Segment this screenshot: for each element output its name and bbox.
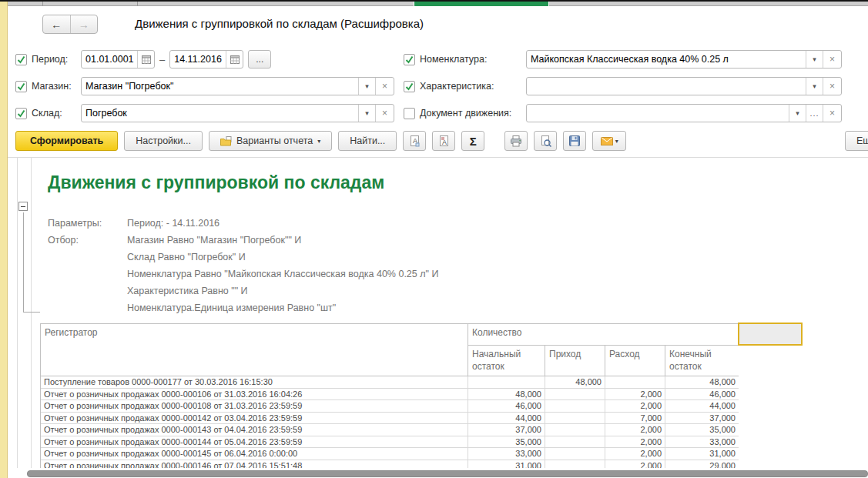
document-checkbox[interactable] bbox=[404, 108, 415, 119]
characteristic-checkbox[interactable] bbox=[404, 81, 415, 92]
cell-expense[interactable] bbox=[605, 376, 665, 389]
chevron-down-icon[interactable]: ▾ bbox=[806, 51, 823, 68]
collapse-group-toggle[interactable] bbox=[18, 202, 28, 211]
clear-icon[interactable]: × bbox=[823, 78, 841, 95]
save-button[interactable] bbox=[563, 131, 586, 151]
horizontal-scrollbar[interactable] bbox=[27, 470, 868, 477]
column-header-expense[interactable]: Расход bbox=[605, 346, 665, 376]
period-to-field[interactable]: 14.11.2016 bbox=[169, 50, 243, 69]
clear-icon[interactable]: × bbox=[375, 105, 394, 122]
cell-expense[interactable]: 2,000 bbox=[605, 460, 665, 469]
expand-groups-button[interactable]: A bbox=[403, 131, 426, 151]
cell-end[interactable]: 29,000 bbox=[665, 460, 739, 469]
cell-expense[interactable]: 2,000 bbox=[605, 424, 665, 436]
generate-button[interactable]: Сформировать bbox=[15, 131, 118, 151]
active-tab-indicator[interactable] bbox=[414, 2, 549, 6]
cell-end[interactable]: 35,000 bbox=[665, 424, 739, 436]
document-value[interactable] bbox=[527, 105, 789, 122]
cell-end[interactable]: 44,000 bbox=[665, 400, 739, 413]
warehouse-checkbox[interactable] bbox=[15, 108, 27, 119]
cell-registrar[interactable]: Отчет о розничных продажах 0000-000106 о… bbox=[41, 389, 468, 401]
cell-income[interactable] bbox=[545, 389, 605, 401]
cell-registrar[interactable]: Отчет о розничных продажах 0000-000146 о… bbox=[41, 460, 468, 469]
nomenclature-value[interactable]: Майкопская Классическая водка 40% 0.25 л bbox=[527, 51, 806, 68]
selected-cell[interactable] bbox=[738, 323, 803, 346]
characteristic-field[interactable]: ▾ × bbox=[526, 77, 842, 95]
back-arrow-icon: ← bbox=[51, 18, 62, 31]
back-button[interactable]: ← bbox=[43, 15, 71, 33]
period-to-value[interactable]: 14.11.2016 bbox=[170, 51, 226, 68]
cell-income[interactable] bbox=[545, 448, 605, 460]
cell-begin[interactable]: 37,000 bbox=[468, 424, 545, 436]
calendar-icon[interactable] bbox=[226, 51, 243, 68]
more-actions-button[interactable]: Еще bbox=[845, 131, 868, 151]
forward-button[interactable]: → bbox=[71, 15, 98, 33]
cell-income[interactable] bbox=[545, 400, 605, 413]
report-variants-button[interactable]: Варианты отчета ▾ bbox=[209, 131, 332, 151]
document-field[interactable]: ▾ ... × bbox=[526, 104, 842, 122]
nomenclature-field[interactable]: Майкопская Классическая водка 40% 0.25 л… bbox=[526, 50, 842, 69]
cell-begin[interactable]: 48,000 bbox=[468, 389, 545, 401]
chevron-down-icon[interactable]: ▾ bbox=[789, 105, 806, 122]
cell-begin[interactable]: 44,000 bbox=[468, 413, 545, 425]
cell-registrar[interactable]: Отчет о розничных продажах 0000-000143 о… bbox=[41, 424, 468, 436]
store-field[interactable]: Магазин "Погребок" ▾ × bbox=[81, 77, 394, 95]
column-header-begin-balance[interactable]: Начальный остаток bbox=[468, 346, 545, 376]
cell-income[interactable] bbox=[545, 424, 605, 436]
autosum-button[interactable]: Σ bbox=[461, 131, 484, 151]
period-from-value[interactable]: 01.01.0001 bbox=[82, 51, 137, 68]
warehouse-field[interactable]: Погребок ▾ × bbox=[81, 104, 394, 122]
store-value[interactable]: Магазин "Погребок" bbox=[82, 78, 358, 95]
settings-button[interactable]: Настройки... bbox=[124, 131, 203, 151]
cell-expense[interactable]: 7,000 bbox=[605, 413, 665, 425]
period-checkbox[interactable] bbox=[15, 54, 27, 65]
collapse-groups-button[interactable]: A bbox=[432, 131, 455, 151]
nomenclature-checkbox[interactable] bbox=[404, 54, 415, 65]
cell-expense[interactable]: 2,000 bbox=[605, 436, 665, 449]
clear-icon[interactable]: × bbox=[823, 51, 841, 68]
cell-expense[interactable]: 2,000 bbox=[605, 389, 665, 401]
cell-income[interactable] bbox=[545, 436, 605, 449]
chevron-down-icon[interactable]: ▾ bbox=[806, 78, 823, 95]
clear-icon[interactable]: × bbox=[375, 78, 394, 95]
characteristic-value[interactable] bbox=[527, 78, 806, 95]
clear-icon[interactable]: × bbox=[823, 105, 841, 122]
cell-end[interactable]: 48,000 bbox=[665, 376, 739, 389]
cell-end[interactable]: 31,000 bbox=[665, 448, 739, 460]
cell-registrar[interactable]: Отчет о розничных продажах 0000-000144 о… bbox=[41, 436, 468, 449]
cell-registrar[interactable]: Отчет о розничных продажах 0000-000142 о… bbox=[41, 413, 468, 425]
cell-registrar[interactable]: Отчет о розничных продажах 0000-000108 о… bbox=[41, 400, 468, 413]
cell-expense[interactable]: 2,000 bbox=[605, 448, 665, 460]
store-checkbox[interactable] bbox=[15, 81, 27, 92]
cell-end[interactable]: 33,000 bbox=[665, 436, 739, 449]
find-button[interactable]: Найти... bbox=[338, 131, 397, 151]
chevron-down-icon[interactable]: ▾ bbox=[358, 105, 375, 122]
column-header-registrar[interactable]: Регистратор bbox=[41, 324, 468, 376]
print-button[interactable] bbox=[504, 131, 528, 151]
column-header-income[interactable]: Приход bbox=[545, 346, 605, 376]
cell-begin[interactable] bbox=[468, 376, 545, 389]
column-header-quantity[interactable]: Количество bbox=[468, 324, 739, 346]
cell-registrar[interactable]: Отчет о розничных продажах 0000-000145 о… bbox=[41, 448, 468, 460]
chevron-down-icon[interactable]: ▾ bbox=[358, 78, 375, 95]
column-header-end-balance[interactable]: Конечный остаток bbox=[665, 346, 739, 376]
warehouse-value[interactable]: Погребок bbox=[82, 105, 358, 122]
cell-expense[interactable]: 2,000 bbox=[605, 400, 665, 413]
send-email-button[interactable]: ▾ bbox=[592, 131, 626, 151]
cell-begin[interactable]: 33,000 bbox=[468, 448, 545, 460]
cell-begin[interactable]: 31,000 bbox=[468, 460, 545, 469]
cell-income[interactable] bbox=[545, 460, 605, 469]
cell-end[interactable]: 37,000 bbox=[665, 413, 739, 425]
cell-begin[interactable]: 46,000 bbox=[468, 400, 545, 413]
ellipsis-icon[interactable]: ... bbox=[806, 105, 823, 122]
period-more-button[interactable]: ... bbox=[248, 50, 271, 69]
cell-income[interactable] bbox=[545, 413, 605, 425]
cell-begin[interactable]: 35,000 bbox=[468, 436, 545, 449]
print-preview-button[interactable] bbox=[534, 131, 557, 151]
cell-income[interactable]: 48,000 bbox=[545, 376, 605, 389]
calendar-icon[interactable] bbox=[137, 51, 154, 68]
cell-registrar[interactable]: Поступление товаров 0000-000177 от 30.03… bbox=[41, 376, 468, 389]
period-from-field[interactable]: 01.01.0001 bbox=[81, 50, 155, 69]
selection-line: Склад Равно "Погребок" И bbox=[127, 252, 246, 262]
cell-end[interactable]: 46,000 bbox=[665, 389, 739, 401]
